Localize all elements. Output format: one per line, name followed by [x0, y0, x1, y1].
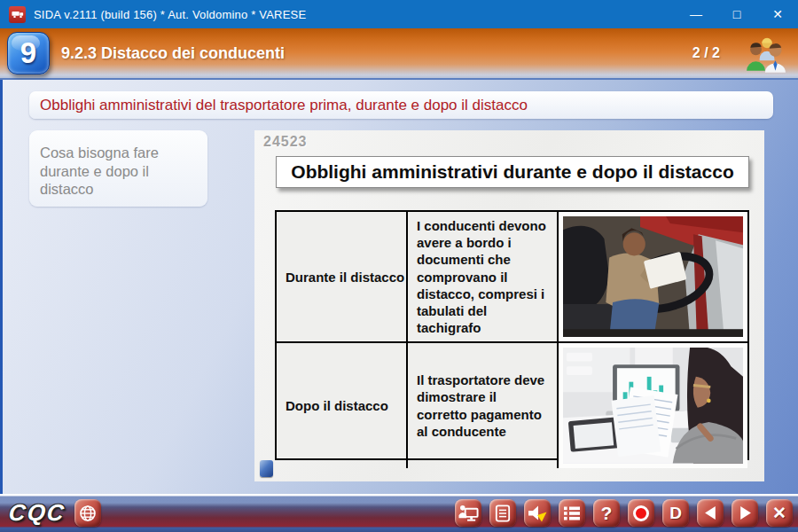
exit-button[interactable]: ✕ — [766, 499, 793, 527]
topic-title-bar: Obblighi amministrativi del trasportator… — [29, 91, 773, 119]
text-page-button[interactable] — [489, 499, 516, 527]
audio-button[interactable] — [524, 499, 551, 527]
table-row2-text: Il trasportatore deve dimostrare il corr… — [408, 343, 559, 468]
table-row2-label: Dopo il distacco — [277, 343, 408, 468]
topic-title: Obblighi amministrativi del trasportator… — [40, 97, 528, 114]
slide-title: Obblighi amministrativi durante e dopo i… — [276, 156, 749, 188]
dictionary-button[interactable]: D — [662, 499, 689, 527]
close-button[interactable]: ✕ — [757, 0, 798, 28]
toolbar-buttons: ? D ✕ — [455, 499, 793, 527]
list-icon — [563, 505, 581, 521]
side-note-line1: Cosa bisogna fare — [40, 144, 200, 162]
minimize-button[interactable]: — — [676, 0, 716, 28]
bottom-toolbar: CQC — [0, 494, 798, 532]
slide-number: 24523 — [263, 134, 308, 150]
woman-reviewing-payment-documents-image — [559, 343, 747, 468]
students-group-icon[interactable] — [745, 35, 787, 73]
chapter-9-badge-icon: 9 — [7, 32, 50, 74]
arrow-left-icon — [703, 505, 718, 520]
page-indicator: 2 / 2 — [692, 45, 720, 61]
cqc-logo: CQC — [7, 499, 66, 527]
window-title: SIDA v.2111 (build 156) * Aut. Voldomino… — [34, 8, 306, 21]
side-note-line2: durante e dopo il distacco — [40, 162, 200, 199]
speaker-icon — [528, 505, 547, 522]
window-controls: — □ ✕ — [676, 0, 798, 28]
record-icon — [633, 505, 649, 521]
arrow-right-icon — [738, 505, 753, 520]
index-list-button[interactable] — [559, 499, 585, 527]
globe-icon — [79, 505, 97, 522]
slide-table: Durante il distacco I conducenti devono … — [275, 210, 749, 460]
main-content: Obblighi amministrativi del trasportator… — [0, 80, 798, 494]
forward-button[interactable] — [732, 499, 758, 527]
table-row1-text: I conducenti devono avere a bordo i docu… — [408, 212, 559, 343]
close-x-icon: ✕ — [772, 503, 786, 523]
slide-canvas: 24523 Obblighi amministrativi durante e … — [254, 130, 764, 481]
truck-glyph — [12, 10, 24, 19]
window-titlebar: SIDA v.2111 (build 156) * Aut. Voldomino… — [0, 0, 798, 28]
sida-publisher-logo-icon — [260, 460, 273, 477]
app-truck-icon — [9, 6, 26, 23]
side-note-panel: Cosa bisogna fare durante e dopo il dist… — [29, 130, 207, 207]
document-text-icon — [495, 505, 511, 522]
letter-d-icon: D — [669, 504, 682, 523]
question-icon: ? — [601, 503, 613, 524]
lesson-header: 9 9.2.3 Distacco dei conducenti 2 / 2 — [0, 28, 798, 80]
record-button[interactable] — [628, 499, 654, 527]
help-button[interactable]: ? — [593, 499, 620, 527]
presenter-button[interactable] — [455, 499, 481, 527]
presenter-screen-icon — [458, 505, 479, 522]
table-row1-label: Durante il distacco — [277, 212, 408, 343]
globe-button[interactable] — [74, 499, 101, 527]
truck-driver-reading-documents-image — [559, 212, 747, 343]
maximize-button[interactable]: □ — [716, 0, 757, 28]
lesson-title: 9.2.3 Distacco dei conducenti — [61, 44, 285, 63]
back-button[interactable] — [697, 499, 724, 527]
